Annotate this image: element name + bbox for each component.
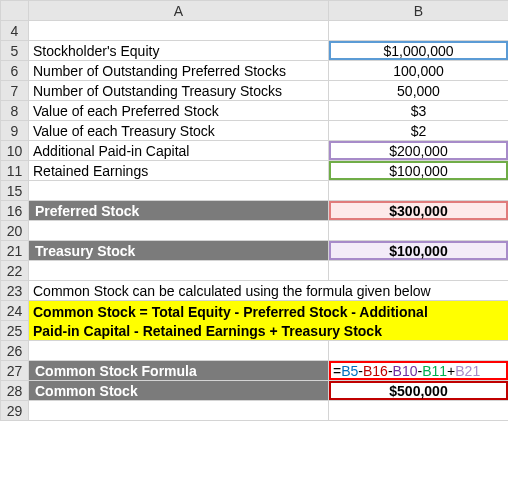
row-header[interactable]: 29 <box>1 401 29 421</box>
spreadsheet-grid[interactable]: A B 4 5 Stockholder's Equity $1,000,000 … <box>0 0 508 421</box>
row-6: 6 Number of Outstanding Preferred Stocks… <box>1 61 509 81</box>
row-26: 26 <box>1 341 509 361</box>
cell-B16[interactable]: $300,000 <box>329 201 509 221</box>
cell-B9[interactable]: $2 <box>329 121 509 141</box>
cell-A16[interactable]: Preferred Stock <box>29 201 329 221</box>
row-9: 9 Value of each Treasury Stock $2 <box>1 121 509 141</box>
row-22: 22 <box>1 261 509 281</box>
row-header[interactable]: 11 <box>1 161 29 181</box>
cell-A15[interactable] <box>29 181 329 201</box>
col-header-A[interactable]: A <box>29 1 329 21</box>
formula-ref-B5: B5 <box>341 363 358 379</box>
row-24: 24 Common Stock = Total Equity - Preferr… <box>1 301 509 321</box>
cell-A23[interactable]: Common Stock can be calculated using the… <box>29 281 509 301</box>
row-header[interactable]: 27 <box>1 361 29 381</box>
cell-A28[interactable]: Common Stock <box>29 381 329 401</box>
col-header-B[interactable]: B <box>329 1 509 21</box>
cell-B27-formula[interactable]: =B5-B16-B10-B11+B21 <box>329 361 509 381</box>
cell-A24[interactable]: Common Stock = Total Equity - Preferred … <box>29 301 509 321</box>
row-8: 8 Value of each Preferred Stock $3 <box>1 101 509 121</box>
row-21: 21 Treasury Stock $100,000 <box>1 241 509 261</box>
cell-A6[interactable]: Number of Outstanding Preferred Stocks <box>29 61 329 81</box>
row-header[interactable]: 8 <box>1 101 29 121</box>
cell-B22[interactable] <box>329 261 509 281</box>
row-header[interactable]: 20 <box>1 221 29 241</box>
formula-ref-B21: B21 <box>455 363 480 379</box>
cell-A10[interactable]: Additional Paid-in Capital <box>29 141 329 161</box>
cell-B11[interactable]: $100,000 <box>329 161 509 181</box>
cell-B20[interactable] <box>329 221 509 241</box>
row-header[interactable]: 4 <box>1 21 29 41</box>
row-10: 10 Additional Paid-in Capital $200,000 <box>1 141 509 161</box>
cell-A9[interactable]: Value of each Treasury Stock <box>29 121 329 141</box>
row-15: 15 <box>1 181 509 201</box>
cell-A21[interactable]: Treasury Stock <box>29 241 329 261</box>
formula-ref-B16: B16 <box>363 363 388 379</box>
cell-A11[interactable]: Retained Earnings <box>29 161 329 181</box>
cell-A26[interactable] <box>29 341 329 361</box>
row-25: 25 Paid-in Capital - Retained Earnings +… <box>1 321 509 341</box>
row-header[interactable]: 9 <box>1 121 29 141</box>
cell-B5[interactable]: $1,000,000 <box>329 41 509 61</box>
row-header[interactable]: 21 <box>1 241 29 261</box>
row-header[interactable]: 6 <box>1 61 29 81</box>
cell-B4[interactable] <box>329 21 509 41</box>
select-all-corner[interactable] <box>1 1 29 21</box>
cell-A20[interactable] <box>29 221 329 241</box>
row-20: 20 <box>1 221 509 241</box>
row-16: 16 Preferred Stock $300,000 <box>1 201 509 221</box>
cell-B7[interactable]: 50,000 <box>329 81 509 101</box>
row-header[interactable]: 7 <box>1 81 29 101</box>
column-header-row: A B <box>1 1 509 21</box>
cell-B10[interactable]: $200,000 <box>329 141 509 161</box>
row-header[interactable]: 5 <box>1 41 29 61</box>
cell-B28[interactable]: $500,000 <box>329 381 509 401</box>
row-4: 4 <box>1 21 509 41</box>
cell-A8[interactable]: Value of each Preferred Stock <box>29 101 329 121</box>
row-header[interactable]: 15 <box>1 181 29 201</box>
row-29: 29 <box>1 401 509 421</box>
cell-A5[interactable]: Stockholder's Equity <box>29 41 329 61</box>
row-header[interactable]: 26 <box>1 341 29 361</box>
cell-A27[interactable]: Common Stock Formula <box>29 361 329 381</box>
row-5: 5 Stockholder's Equity $1,000,000 <box>1 41 509 61</box>
row-23: 23 Common Stock can be calculated using … <box>1 281 509 301</box>
cell-B26[interactable] <box>329 341 509 361</box>
row-header[interactable]: 24 <box>1 301 29 321</box>
row-header[interactable]: 28 <box>1 381 29 401</box>
cell-B8[interactable]: $3 <box>329 101 509 121</box>
cell-A29[interactable] <box>29 401 329 421</box>
row-27: 27 Common Stock Formula =B5-B16-B10-B11+… <box>1 361 509 381</box>
cell-A25[interactable]: Paid-in Capital - Retained Earnings + Tr… <box>29 321 509 341</box>
cell-A4[interactable] <box>29 21 329 41</box>
row-28: 28 Common Stock $500,000 <box>1 381 509 401</box>
formula-ref-B11: B11 <box>422 363 447 379</box>
row-7: 7 Number of Outstanding Treasury Stocks … <box>1 81 509 101</box>
row-11: 11 Retained Earnings $100,000 <box>1 161 509 181</box>
cell-A22[interactable] <box>29 261 329 281</box>
row-header[interactable]: 16 <box>1 201 29 221</box>
row-header[interactable]: 10 <box>1 141 29 161</box>
row-header[interactable]: 22 <box>1 261 29 281</box>
cell-A7[interactable]: Number of Outstanding Treasury Stocks <box>29 81 329 101</box>
cell-B6[interactable]: 100,000 <box>329 61 509 81</box>
cell-B21[interactable]: $100,000 <box>329 241 509 261</box>
formula-eq: = <box>333 363 341 379</box>
cell-B15[interactable] <box>329 181 509 201</box>
row-header[interactable]: 25 <box>1 321 29 341</box>
formula-ref-B10: B10 <box>393 363 418 379</box>
row-header[interactable]: 23 <box>1 281 29 301</box>
cell-B29[interactable] <box>329 401 509 421</box>
